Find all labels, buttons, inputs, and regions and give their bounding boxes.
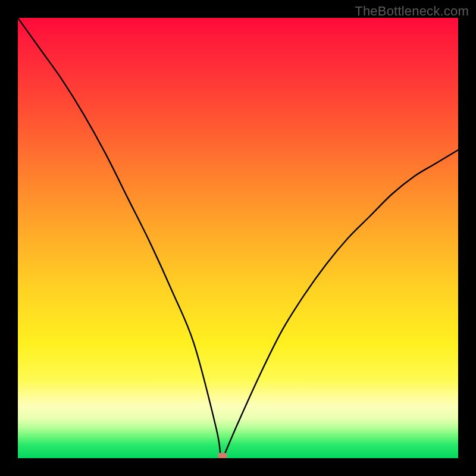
watermark-text: TheBottleneck.com [355,4,469,19]
bottleneck-curve [18,18,458,458]
plot-area [18,18,458,458]
chart-frame: TheBottleneck.com [0,0,476,476]
minimum-marker [218,453,227,458]
